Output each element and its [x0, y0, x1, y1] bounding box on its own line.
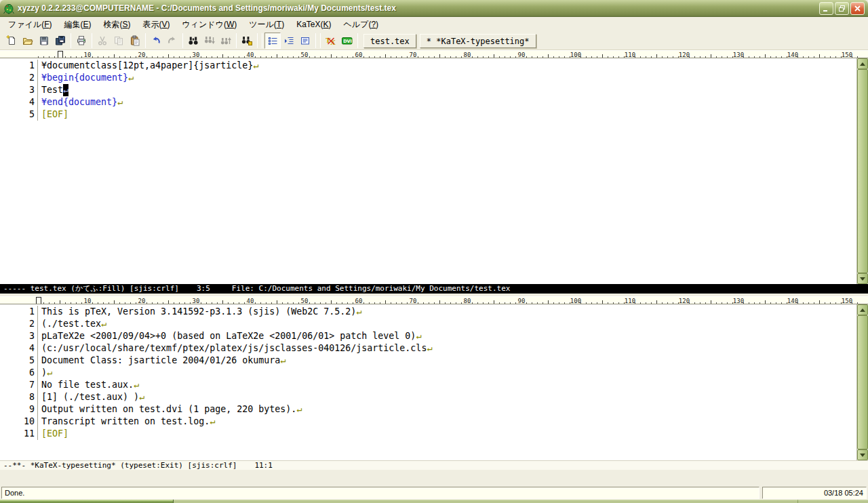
ruler-number: 40: [247, 52, 254, 58]
ruler-number: 90: [518, 52, 526, 58]
text-cursor: ↵: [63, 84, 68, 96]
modeline-cursor-position: 3:5: [197, 284, 210, 294]
save-button[interactable]: [36, 33, 52, 49]
menu-item-view[interactable]: 表示(V): [137, 18, 176, 32]
scroll-up-button[interactable]: [857, 304, 868, 315]
paste-button[interactable]: [127, 33, 143, 49]
minimize-button[interactable]: [819, 2, 833, 15]
line-number: 8: [0, 391, 38, 403]
ruler-number: 110: [625, 52, 635, 58]
find-next-button[interactable]: [201, 33, 218, 49]
line-number: 1: [0, 60, 38, 72]
scrollbar-thumb[interactable]: [857, 69, 868, 273]
toolbar-separator: [182, 33, 183, 48]
editor-line: 2¥begin{document}↵: [0, 72, 868, 84]
editor-line: 5[EOF]: [0, 108, 868, 121]
print-button[interactable]: [73, 33, 90, 49]
buffer-tab-katex-typesetting[interactable]: * *KaTeX-typesetting*: [420, 34, 536, 48]
scrollbar-bottom[interactable]: [856, 304, 868, 460]
line-number: 6: [0, 367, 38, 379]
ruler-number: 80: [464, 52, 471, 58]
modeline-cursor-position: 11:1: [254, 461, 273, 470]
cut-button[interactable]: [94, 33, 111, 49]
scroll-down-button[interactable]: [857, 449, 868, 460]
editor-line: 6)↵: [0, 367, 868, 379]
editor-line: 4¥end{document}↵: [0, 96, 868, 108]
undo-button[interactable]: [148, 33, 164, 49]
ruler-number: 80: [464, 298, 471, 304]
modeline-katex-typesetting: --**- *KaTeX-typesetting* (typeset:Exit)…: [0, 460, 868, 470]
close-button[interactable]: [850, 2, 865, 15]
menu-item-edit[interactable]: 編集(E): [58, 18, 97, 32]
line-text: No file test.aux.↵: [38, 379, 139, 391]
window-split-button[interactable]: [297, 33, 313, 49]
open-file-button[interactable]: [20, 33, 36, 49]
editor-pane-katex-typesetting[interactable]: 1This is pTeX, Version 3.141592-p3.1.3 (…: [0, 304, 868, 460]
menu-item-tools[interactable]: ツール(T): [243, 18, 290, 32]
toolbar: TXDVItest.tex* *KaTeX-typesetting*: [0, 32, 868, 50]
editor-pane-test-tex[interactable]: 1¥documentclass[12pt,a4paper]{jsarticle}…: [0, 58, 868, 284]
ruler-number: 50: [301, 298, 309, 304]
restore-button[interactable]: [835, 2, 849, 15]
menu-item-window[interactable]: ウィンドウ(W): [176, 18, 243, 32]
scrollbar-thumb[interactable]: [857, 315, 868, 449]
redo-button[interactable]: [164, 33, 180, 49]
line-number: 10: [0, 416, 38, 428]
menu-item-help[interactable]: ヘルプ(?): [338, 18, 385, 32]
editor-line: 1This is pTeX, Version 3.141592-p3.1.3 (…: [0, 306, 868, 318]
save-icon: [39, 35, 50, 46]
ruler-number: 100: [570, 52, 581, 58]
toolbar-separator: [145, 33, 146, 48]
ruler-number: 40: [247, 298, 254, 304]
menu-item-file[interactable]: ファイル(F): [2, 18, 58, 32]
menu-item-search[interactable]: 検索(S): [97, 18, 136, 32]
newline-mark: ↵: [356, 306, 361, 317]
line-text: ¥end{document}↵: [38, 96, 123, 108]
find-prev-button[interactable]: [218, 33, 234, 49]
newline-mark: ↵: [416, 331, 421, 341]
toolbar-separator: [71, 33, 71, 48]
line-number: 3: [0, 330, 38, 342]
xyzzy-app-icon[interactable]: [3, 2, 15, 14]
find-button[interactable]: [185, 33, 201, 49]
buffer-list-button[interactable]: [264, 33, 281, 49]
ruler-number: 110: [625, 298, 635, 304]
line-text: (./test.tex↵: [38, 318, 106, 330]
printer-icon: [76, 35, 87, 46]
ruler-number: 20: [138, 298, 146, 304]
save-all-button[interactable]: [52, 33, 68, 49]
tex-icon: TX: [326, 35, 336, 46]
editor-line: 10Transcript written on test.log.↵: [0, 416, 868, 428]
menu-item-katex[interactable]: KaTeX(K): [290, 18, 337, 31]
line-text: [1] (./test.aux) )↵: [38, 391, 144, 403]
toolbar-separator: [320, 33, 321, 48]
buffer-tab-test-tex[interactable]: test.tex: [363, 34, 416, 48]
down-arrow-icon: [860, 277, 865, 281]
scrollbar-top[interactable]: [856, 58, 868, 284]
buffer-bar-button[interactable]: [281, 33, 297, 49]
line-number: 9: [0, 403, 38, 416]
list-right-icon: [283, 35, 294, 46]
dvi-preview-button[interactable]: DVI: [339, 33, 355, 49]
toolbar-separator: [357, 33, 358, 48]
replace-button[interactable]: [239, 33, 255, 49]
status-message: Done.: [5, 489, 24, 497]
tex-typeset-button[interactable]: TX: [323, 33, 339, 49]
svg-text:DVI: DVI: [343, 39, 352, 44]
editor-line: 7No file test.aux.↵: [0, 379, 868, 391]
ruler-number: 30: [193, 298, 200, 304]
line-number: 4: [0, 96, 38, 108]
line-text: ¥begin{document}↵: [38, 72, 134, 84]
scroll-down-button[interactable]: [857, 273, 868, 284]
newline-mark: ↵: [128, 73, 134, 83]
copy-button[interactable]: [111, 33, 127, 49]
line-text: ¥documentclass[12pt,a4paper]{jsarticle}↵: [38, 60, 258, 72]
editor-line: 3Test↵: [0, 84, 868, 96]
modeline-file-path: File: C:/Documents and Settings/moriwaki…: [232, 284, 511, 294]
newline-mark: ↵: [139, 392, 144, 402]
editor-line: 5Document Class: jsarticle 2004/01/26 ok…: [0, 355, 868, 367]
modeline-test-tex: ----- test.tex (かてふ:Fill) [sjis:crlf] 3:…: [0, 284, 868, 294]
paste-icon: [130, 35, 140, 46]
scroll-up-button[interactable]: [857, 58, 868, 69]
new-file-button[interactable]: [3, 33, 20, 49]
